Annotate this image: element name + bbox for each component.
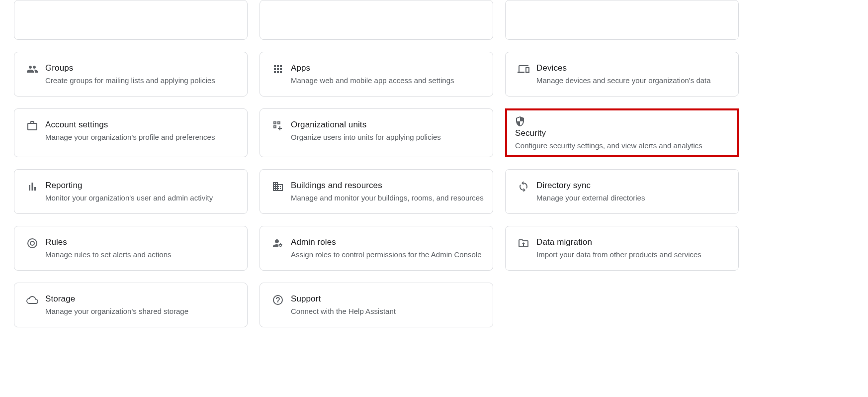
briefcase-icon: [23, 119, 41, 132]
devices-icon: [515, 62, 532, 75]
card-title: Groups: [45, 62, 238, 74]
card-desc: Assign roles to control permissions for …: [291, 249, 484, 260]
card-devices[interactable]: Devices Manage devices and secure your o…: [505, 52, 739, 97]
card-buildings[interactable]: Buildings and resources Manage and monit…: [260, 169, 493, 214]
card-desc: Manage your external directories: [536, 193, 729, 203]
card-account-settings[interactable]: Account settings Manage your organizatio…: [14, 108, 248, 157]
card-rules[interactable]: Rules Manage rules to set alerts and act…: [14, 226, 248, 271]
upload-folder-icon: [515, 236, 532, 249]
card-org-units[interactable]: Organizational units Organize users into…: [260, 108, 493, 157]
cloud-icon: [23, 293, 41, 306]
card-title: Apps: [291, 62, 484, 74]
card-title: Devices: [536, 62, 729, 74]
card-desc: Create groups for mailing lists and appl…: [45, 75, 238, 86]
org-units-icon: [269, 119, 287, 132]
card-security-highlight: Security Configure security settings, an…: [505, 108, 739, 157]
card-title: Admin roles: [291, 236, 484, 248]
groups-icon: [23, 62, 41, 75]
card-placeholder: [505, 0, 739, 40]
card-desc: Monitor your organization's user and adm…: [45, 193, 238, 203]
card-desc: Manage and monitor your buildings, rooms…: [291, 193, 484, 203]
help-icon: [269, 293, 287, 306]
card-desc: Configure security settings, and view al…: [515, 140, 702, 151]
bar-chart-icon: [23, 180, 41, 193]
card-directory-sync[interactable]: Directory sync Manage your external dire…: [505, 169, 739, 214]
card-placeholder: [14, 0, 248, 40]
card-support[interactable]: Support Connect with the Help Assistant: [260, 283, 493, 327]
card-desc: Import your data from other products and…: [536, 249, 729, 260]
card-title: Directory sync: [536, 180, 729, 192]
card-title: Buildings and resources: [291, 180, 484, 192]
card-reporting[interactable]: Reporting Monitor your organization's us…: [14, 169, 248, 214]
card-groups[interactable]: Groups Create groups for mailing lists a…: [14, 52, 248, 97]
card-title: Support: [291, 293, 484, 305]
card-desc: Manage web and mobile app access and set…: [291, 75, 484, 86]
sync-icon: [515, 180, 532, 193]
card-desc: Manage devices and secure your organizat…: [536, 75, 729, 86]
apps-icon: [269, 62, 287, 75]
card-admin-roles[interactable]: Admin roles Assign roles to control perm…: [260, 226, 493, 271]
card-title: Account settings: [45, 119, 238, 131]
card-desc: Organize users into units for applying p…: [291, 132, 484, 143]
card-storage[interactable]: Storage Manage your organization's share…: [14, 283, 248, 327]
card-desc: Manage your organization's profile and p…: [45, 132, 238, 143]
card-title: Data migration: [536, 236, 729, 248]
card-title: Reporting: [45, 180, 238, 192]
card-desc: Manage rules to set alerts and actions: [45, 249, 238, 260]
card-placeholder: [260, 0, 493, 40]
target-icon: [23, 236, 41, 249]
card-desc: Connect with the Help Assistant: [291, 306, 484, 317]
card-title: Rules: [45, 236, 238, 248]
card-desc: Manage your organization's shared storag…: [45, 306, 238, 317]
building-icon: [269, 180, 287, 193]
card-title: Security: [515, 127, 702, 139]
admin-roles-icon: [269, 236, 287, 249]
card-apps[interactable]: Apps Manage web and mobile app access an…: [260, 52, 493, 97]
shield-icon: [511, 114, 529, 127]
admin-cards-grid: Groups Create groups for mailing lists a…: [0, 0, 868, 327]
card-security[interactable]: Security Configure security settings, an…: [511, 114, 702, 151]
card-title: Organizational units: [291, 119, 484, 131]
card-title: Storage: [45, 293, 238, 305]
card-data-migration[interactable]: Data migration Import your data from oth…: [505, 226, 739, 271]
